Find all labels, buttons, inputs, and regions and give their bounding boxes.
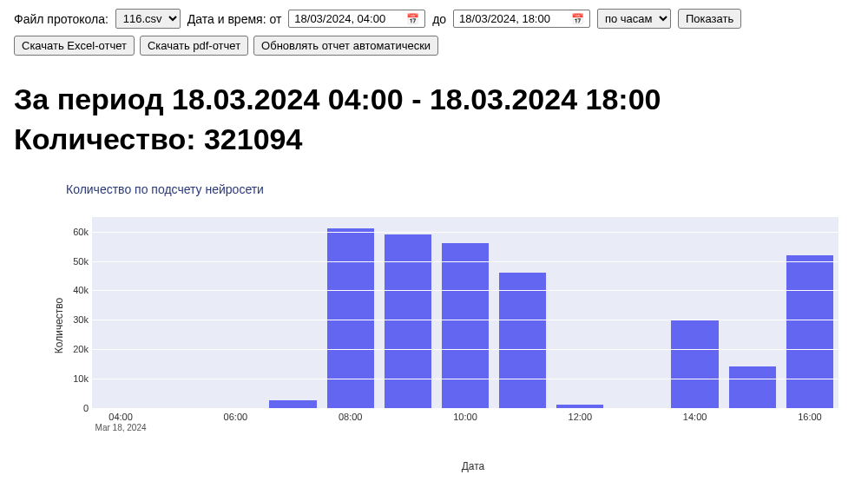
chart-ytick: 60k xyxy=(64,227,89,237)
protocol-select[interactable]: 116.csv xyxy=(115,9,181,29)
chart-bar xyxy=(269,400,316,407)
excel-button[interactable]: Скачать Excel-отчет xyxy=(14,36,135,56)
chart-xtick: 14:00 xyxy=(683,412,707,422)
controls-row-1: Файл протокола: 116.csv Дата и время: от… xyxy=(14,9,854,29)
chart-xtick: 12:00 xyxy=(569,412,593,422)
pdf-button[interactable]: Скачать pdf-отчет xyxy=(140,36,248,56)
chart-ytick: 0 xyxy=(64,403,89,413)
from-datetime-input[interactable]: 18/03/2024, 04:00 📅 xyxy=(288,10,425,28)
chart-xlabel: Дата xyxy=(92,460,854,472)
chart-ytick: 30k xyxy=(64,314,89,325)
chart-xtick: 08:00 xyxy=(339,412,363,422)
to-datetime-value: 18/03/2024, 18:00 xyxy=(459,12,550,25)
chart-ytick: 10k xyxy=(64,373,89,384)
chart-xtick: 10:00 xyxy=(453,412,477,422)
chart-gridline xyxy=(92,232,838,233)
to-datetime-input[interactable]: 18/03/2024, 18:00 📅 xyxy=(453,10,590,28)
chart-bar xyxy=(729,366,776,407)
auto-update-button[interactable]: Обновлять отчет автоматически xyxy=(253,36,438,56)
datetime-label: Дата и время: от xyxy=(187,12,282,26)
heading-period: За период 18.03.2024 04:00 - 18.03.2024 … xyxy=(14,82,661,115)
chart-container: Количество по подсчету нейросети Количес… xyxy=(40,182,854,472)
groupby-select[interactable]: по часам xyxy=(597,9,671,29)
chart-gridline xyxy=(92,408,838,409)
calendar-icon[interactable]: 📅 xyxy=(406,13,419,25)
chart-gridline xyxy=(92,261,838,262)
chart-bar xyxy=(499,273,546,408)
chart-ytick: 50k xyxy=(64,256,89,267)
protocol-label: Файл протокола: xyxy=(14,12,108,26)
chart-gridline xyxy=(92,320,838,320)
chart-xtick: 16:00 xyxy=(798,412,822,422)
chart-ytick: 40k xyxy=(64,285,89,295)
to-label: до xyxy=(432,12,446,26)
chart-bar xyxy=(327,228,374,407)
from-datetime-value: 18/03/2024, 04:00 xyxy=(294,12,385,25)
chart-title: Количество по подсчету нейросети xyxy=(66,182,854,196)
chart-gridline xyxy=(92,379,838,379)
chart-ytick: 20k xyxy=(64,344,89,354)
chart-gridline xyxy=(92,290,838,291)
show-button[interactable]: Показать xyxy=(678,9,741,29)
report-heading: За период 18.03.2024 04:00 - 18.03.2024 … xyxy=(14,80,854,160)
chart-bar xyxy=(671,320,718,408)
chart-bar xyxy=(786,255,833,408)
heading-count: Количество: 321094 xyxy=(14,122,302,155)
chart-xtick: 04:00Mar 18, 2024 xyxy=(95,412,147,432)
calendar-icon[interactable]: 📅 xyxy=(571,13,584,25)
controls-row-2: Скачать Excel-отчет Скачать pdf-отчет Об… xyxy=(14,36,854,56)
chart-bar xyxy=(442,243,489,408)
chart-xtick: 06:00 xyxy=(224,412,248,422)
chart-plot: Количество 010k20k30k40k50k60k04:00Mar 1… xyxy=(40,217,838,434)
chart-gridline xyxy=(92,349,838,350)
